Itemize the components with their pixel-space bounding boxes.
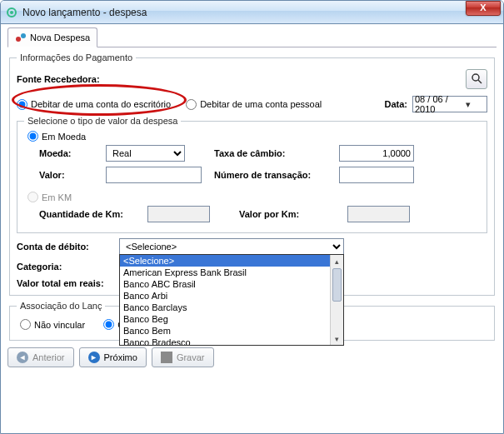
window-title: Novo lançamento - despesa <box>22 7 466 18</box>
moeda-label: Moeda: <box>39 148 97 158</box>
conta-option[interactable]: Banco Bem <box>120 325 343 337</box>
total-label: Valor total em reais: <box>17 278 112 288</box>
fieldset-pagamento: Informações do Pagamento Fonte Recebedor… <box>9 52 495 296</box>
conta-option[interactable]: Banco Beg <box>120 313 343 325</box>
date-field[interactable]: 08 / 06 / 2010 ▾ <box>412 96 487 112</box>
anterior-button[interactable]: ◄ Anterior <box>7 347 74 367</box>
radio-em-km[interactable]: Em KM <box>27 192 480 202</box>
anterior-label: Anterior <box>32 352 65 362</box>
radio-em-km-label: Em KM <box>42 192 72 202</box>
legend-pagamento: Informações do Pagamento <box>17 52 136 62</box>
radio-conta-pessoal-label: Debitar de uma conta pessoal <box>200 99 322 109</box>
svg-line-5 <box>478 80 482 83</box>
categoria-label: Categoria: <box>17 262 112 272</box>
gravar-label: Gravar <box>177 352 205 362</box>
svg-point-2 <box>16 37 21 42</box>
radio-conta-pessoal-input[interactable] <box>186 99 197 110</box>
radio-conta-escritorio-input[interactable] <box>17 99 27 110</box>
search-button[interactable] <box>466 69 487 89</box>
conta-option[interactable]: Banco Bradesco <box>120 337 343 346</box>
search-icon <box>471 72 482 86</box>
radio-nao-vincular-input[interactable] <box>20 319 31 330</box>
app-icon <box>6 7 17 18</box>
conta-option[interactable]: <Selecione> <box>120 255 343 267</box>
arrow-right-icon: ► <box>88 352 100 363</box>
svg-point-3 <box>21 33 26 38</box>
radio-em-km-input <box>27 192 38 202</box>
radio-conta-pessoal[interactable]: Debitar de uma conta pessoal <box>186 99 322 110</box>
conta-dropdown[interactable]: <Selecione>American Express Bank BrasilB… <box>119 254 344 346</box>
client-area: Nova Despesa Informações do Pagamento Fo… <box>1 24 503 433</box>
fonte-label: Fonte Recebedora: <box>17 74 100 84</box>
tab-icon <box>15 32 27 43</box>
vkm-label: Valor por Km: <box>239 209 339 219</box>
taxa-label: Taxa de câmbio: <box>214 148 331 158</box>
legend-associacao: Associação do Lanç <box>17 301 105 311</box>
conta-option[interactable]: Banco Barclays <box>120 302 343 313</box>
svg-point-1 <box>10 11 13 14</box>
fieldset-tipo-valor: Selecione o tipo de valor da despesa Em … <box>17 116 487 233</box>
tab-nova-despesa[interactable]: Nova Despesa <box>7 27 97 47</box>
conta-option[interactable]: Banco Arbi <box>120 290 343 302</box>
date-value: 08 / 06 / 2010 <box>415 94 449 114</box>
radio-nao-vincular-label: Não vincular <box>34 320 85 330</box>
scroll-thumb[interactable] <box>332 268 342 302</box>
proximo-label: Próximo <box>104 352 137 362</box>
valor-input[interactable] <box>106 167 202 183</box>
moeda-select[interactable]: Real <box>106 145 185 162</box>
ntrans-input[interactable] <box>339 167 414 183</box>
taxa-input[interactable] <box>339 145 414 162</box>
vkm-input <box>347 206 410 222</box>
close-button[interactable]: X <box>466 1 501 16</box>
radio-cliente-input[interactable] <box>103 319 114 330</box>
radio-conta-escritorio[interactable]: Debitar de uma conta do escritório <box>17 99 171 110</box>
legend-tipo-valor: Selecione o tipo de valor da despesa <box>24 116 181 126</box>
ntrans-label: Número de transação: <box>214 170 331 180</box>
tabstrip: Nova Despesa <box>7 27 497 47</box>
data-label: Data: <box>384 99 407 109</box>
radio-conta-escritorio-label: Debitar de uma conta do escritório <box>31 99 171 109</box>
tab-label: Nova Despesa <box>30 32 90 42</box>
arrow-left-icon: ◄ <box>17 352 28 363</box>
radio-em-moeda-input[interactable] <box>27 131 38 142</box>
conta-option[interactable]: Banco ABC Brasil <box>120 278 343 290</box>
svg-point-4 <box>472 74 479 81</box>
radio-nao-vincular[interactable]: Não vincular <box>20 319 85 330</box>
chevron-down-icon[interactable]: ▾ <box>451 99 485 110</box>
conta-select[interactable]: <Selecione> <box>119 238 344 255</box>
proximo-button[interactable]: ► Próximo <box>79 347 147 367</box>
scrollbar[interactable]: ▴ ▾ <box>330 255 343 345</box>
scroll-up-icon[interactable]: ▴ <box>331 255 343 267</box>
conta-combo[interactable]: <Selecione> <Selecione>American Express … <box>119 238 344 255</box>
qkm-input <box>147 206 210 222</box>
scroll-down-icon[interactable]: ▾ <box>331 332 343 345</box>
window: Novo lançamento - despesa X Nova Despesa… <box>0 0 504 434</box>
save-icon <box>161 352 172 363</box>
qkm-label: Quantidade de Km: <box>39 209 139 219</box>
titlebar: Novo lançamento - despesa X <box>1 1 503 24</box>
conta-label: Conta de débito: <box>17 242 112 252</box>
radio-em-moeda-label: Em Moeda <box>42 132 86 142</box>
button-bar: ◄ Anterior ► Próximo Gravar <box>7 347 497 367</box>
conta-option[interactable]: American Express Bank Brasil <box>120 267 343 278</box>
radio-em-moeda[interactable]: Em Moeda <box>27 131 480 142</box>
valor-label: Valor: <box>39 170 97 180</box>
gravar-button[interactable]: Gravar <box>152 347 214 367</box>
